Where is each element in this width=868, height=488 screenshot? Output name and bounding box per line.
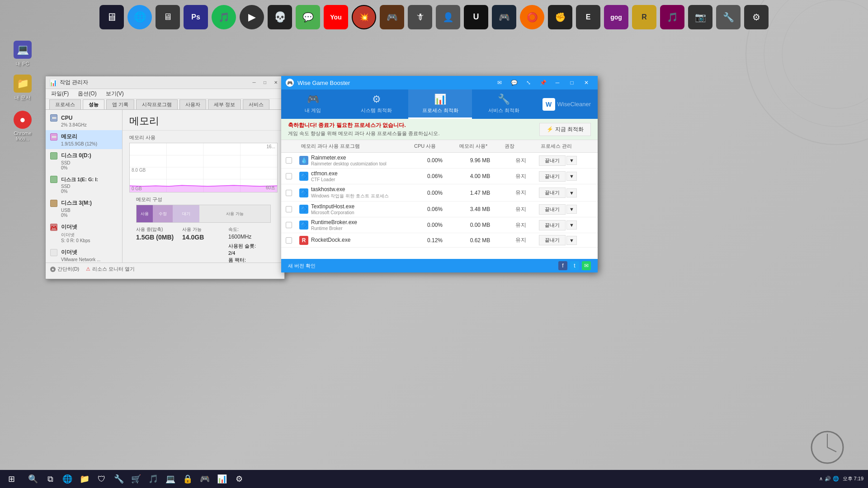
taskbar-file-icon[interactable]: 📁 (76, 471, 93, 487)
row-check-textinput[interactable] (286, 206, 292, 212)
wgb-optimize-btn[interactable]: ⚡ 지금 최적화 (539, 123, 591, 136)
dock-play-icon[interactable]: ▶ (240, 5, 264, 29)
dock-fist-icon[interactable]: ✊ (548, 5, 572, 29)
taskbar-store-icon[interactable]: 🛒 (128, 471, 144, 487)
taskbar-app1-icon[interactable]: 📊 (214, 471, 230, 487)
wgb-comment-btn[interactable]: 💬 (507, 78, 521, 88)
menu-file[interactable]: 파일(F) (49, 89, 71, 99)
row-check-ctfmon[interactable] (286, 173, 292, 179)
rainmeter-end-arrow[interactable]: ▼ (566, 156, 577, 165)
row-check-rocketdock[interactable] (286, 237, 292, 244)
taskbar-tool2-icon[interactable]: 🔧 (111, 471, 127, 487)
taskbar-app2-icon[interactable]: ⚙ (231, 471, 247, 487)
dock-rockstar-icon[interactable]: R (632, 5, 656, 29)
tab-users[interactable]: 사용자 (179, 99, 206, 109)
textinput-end-btn[interactable]: 끝내기 (539, 204, 566, 215)
dock-user-icon[interactable]: 👤 (436, 5, 460, 29)
row-check-rainmeter[interactable] (286, 157, 292, 164)
rocketdock-end-btn[interactable]: 끝내기 (539, 235, 566, 245)
rocketdock-end-arrow[interactable]: ▼ (566, 236, 577, 245)
nav-my-game[interactable]: 🎮 내 게임 (281, 89, 345, 119)
taskbar-expand-icon[interactable]: ∧ (819, 476, 823, 482)
sidebar-memory[interactable]: 메모리 1.9/15.9GB (12%) (46, 130, 122, 149)
wgb-minimize-btn[interactable]: ─ (551, 78, 564, 88)
dock-talk-icon[interactable]: 💬 (296, 5, 320, 29)
dock-settings-icon[interactable]: ⚙ (744, 5, 769, 29)
dock-photo-icon[interactable]: 📷 (688, 5, 712, 29)
runtimebroker-end-btn[interactable]: 끝내기 (539, 220, 566, 230)
runtimebroker-end-arrow[interactable]: ▼ (566, 221, 577, 230)
sidebar-disk0[interactable]: 디스크 0(D:) SSD0% (46, 149, 122, 173)
tab-services[interactable]: 서비스 (243, 99, 269, 109)
taskbar-edge-icon[interactable]: 🌐 (59, 471, 75, 487)
tab-startup[interactable]: 시작프로그램 (136, 99, 178, 109)
dock-chrome-icon[interactable]: 🌐 (127, 5, 152, 29)
taskbar-game-icon[interactable]: 🎮 (197, 471, 213, 487)
wgb-close-btn[interactable]: ✕ (580, 78, 593, 88)
sidebar-disk1[interactable]: 디스크 1(E: G: I: SSD0% (46, 173, 122, 197)
social-facebook-icon[interactable]: f (558, 261, 567, 270)
desktop-icon-chrome[interactable]: ● ChromeInco... (5, 108, 41, 144)
nav-service-opt[interactable]: 🔧 서비스 최적화 (472, 89, 536, 119)
dock-spotify-icon[interactable]: 🎵 (212, 5, 236, 29)
taskbar-volume-icon[interactable]: 🔊 (825, 476, 831, 482)
ctfmon-end-arrow[interactable]: ▼ (566, 172, 577, 181)
wgb-pin-btn[interactable]: 📌 (536, 78, 550, 88)
row-check-taskhostw[interactable] (286, 190, 292, 196)
taskbar-network-icon[interactable]: 🌐 (833, 476, 839, 482)
dock-game2-icon[interactable]: 🗡 (408, 5, 432, 29)
desktop-icon-mypc[interactable]: 💻 내 PC (5, 38, 41, 70)
taskbar-time[interactable]: 오후 7:19 (843, 475, 863, 482)
task-manager-close-btn[interactable]: ✕ (271, 79, 281, 87)
dock-deadpool-icon[interactable]: 💥 (352, 5, 376, 29)
dock-ps-icon[interactable]: Ps (184, 5, 208, 29)
tab-performance[interactable]: 성능 (83, 99, 104, 109)
wgb-mail-btn[interactable]: ✉ (493, 78, 506, 88)
sidebar-cpu[interactable]: CPU 2% 3.84GHz (46, 112, 122, 130)
taskbar-tool3-icon[interactable]: 💻 (162, 471, 179, 487)
taskbar-tool1-icon[interactable]: 🛡 (94, 471, 110, 487)
taskbar-search-icon[interactable]: 🔍 (25, 471, 41, 487)
taskbar-tool4-icon[interactable]: 🔒 (179, 471, 196, 487)
nav-process-opt[interactable]: 📊 프로세스 최적화 (408, 89, 472, 119)
simple-view-btn[interactable]: ▲ 간단히(D) (50, 266, 79, 272)
tab-app-history[interactable]: 앱 기록 (106, 99, 134, 109)
dock-steam-icon[interactable]: 🎮 (492, 5, 516, 29)
dock-gog-icon[interactable]: gog (604, 5, 628, 29)
social-twitter-icon[interactable]: t (570, 261, 579, 270)
social-message-icon[interactable]: ✉ (582, 261, 591, 270)
sidebar-disk3[interactable]: 디스크 3(M:) USB0% (46, 197, 122, 221)
taskhostw-end-btn[interactable]: 끝내기 (539, 188, 566, 198)
desktop-icon-folder[interactable]: 📁 내 문서 (5, 72, 41, 103)
dock-monitor-icon[interactable]: 🖥 (99, 5, 124, 29)
dock-malware-icon[interactable]: 💀 (268, 5, 292, 29)
dock-tools-icon[interactable]: 🔧 (716, 5, 741, 29)
dock-game1-icon[interactable]: 🎮 (380, 5, 404, 29)
tab-details[interactable]: 세부 정보 (208, 99, 241, 109)
dock-epic-icon[interactable]: E (576, 5, 600, 29)
row-check-runtimebroker[interactable] (286, 222, 292, 228)
dock-remote-icon[interactable]: 🖥 (156, 5, 180, 29)
ctfmon-end-btn[interactable]: 끝내기 (539, 171, 566, 182)
taskbar-taskview-icon[interactable]: ⧉ (42, 471, 58, 487)
resource-monitor-btn[interactable]: ⚠ 리소스 모니터 열기 (86, 266, 135, 272)
taskbar-start-btn[interactable]: ⊞ (0, 470, 23, 488)
rainmeter-end-btn[interactable]: 끝내기 (539, 155, 566, 166)
task-manager-minimize-btn[interactable]: ─ (249, 79, 259, 87)
sidebar-ethernet2[interactable]: 이더넷 VMware Network ...S: 0 R: 0 Kbps (46, 246, 122, 263)
menu-view[interactable]: 보기(V) (104, 89, 126, 99)
dock-youtube-icon[interactable]: You (324, 5, 348, 29)
taskhostw-end-arrow[interactable]: ▼ (566, 188, 577, 197)
dock-music-icon[interactable]: 🎵 (660, 5, 684, 29)
task-manager-maximize-btn[interactable]: □ (260, 79, 270, 87)
dock-origin-icon[interactable]: ⭕ (520, 5, 544, 29)
wgb-restore-btn[interactable]: ⤡ (522, 78, 535, 88)
textinput-end-arrow[interactable]: ▼ (566, 205, 577, 214)
dock-uplay-icon[interactable]: U (464, 5, 488, 29)
menu-options[interactable]: 옵션(O) (76, 89, 98, 99)
nav-system-opt[interactable]: ⚙ 시스템 최적화 (345, 89, 409, 119)
tab-processes[interactable]: 프로세스 (49, 99, 81, 109)
wgb-maximize-btn[interactable]: □ (565, 78, 579, 88)
sidebar-ethernet1[interactable]: 이더넷 이더넷S: 0 R: 0 Kbps (46, 221, 122, 246)
taskbar-media-icon[interactable]: 🎵 (145, 471, 161, 487)
